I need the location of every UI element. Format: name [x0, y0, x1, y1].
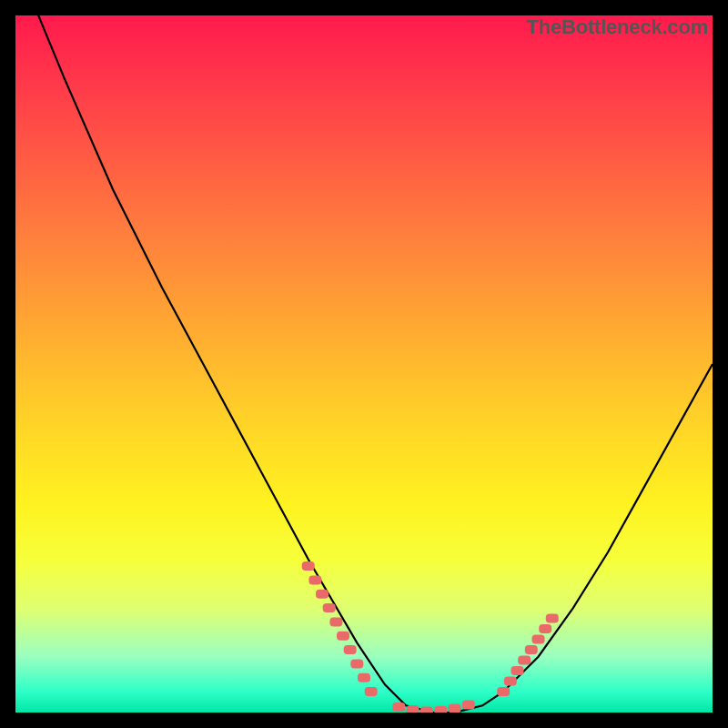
- chart-svg: [15, 15, 713, 713]
- curve-marker: [546, 614, 559, 623]
- curve-marker: [302, 561, 315, 571]
- curve-marker: [434, 706, 447, 713]
- curve-marker: [344, 645, 357, 654]
- curve-marker: [511, 666, 524, 675]
- curve-marker: [358, 673, 370, 682]
- curve-marker: [365, 687, 378, 696]
- curve-marker: [525, 645, 538, 654]
- curve-marker: [329, 617, 342, 626]
- curve-marker: [316, 590, 329, 599]
- curve-marker: [337, 632, 349, 641]
- curve-marker: [308, 576, 321, 585]
- curve-marker: [462, 701, 475, 710]
- curve-marker: [407, 705, 420, 713]
- curve-marker: [532, 635, 545, 644]
- chart-plot-area: [15, 15, 713, 713]
- watermark-text: TheBottleneck.com: [526, 15, 708, 39]
- curve-marker: [497, 687, 510, 696]
- curve-marker: [449, 703, 461, 713]
- curve-marker: [420, 707, 433, 713]
- curve-marker: [350, 659, 363, 668]
- marker-cluster-left: [302, 561, 378, 696]
- curve-marker: [392, 703, 405, 712]
- curve-marker: [504, 677, 517, 686]
- curve-marker: [518, 656, 531, 665]
- curve-marker: [539, 624, 551, 633]
- bottleneck-curve: [15, 15, 713, 713]
- marker-cluster-right: [497, 614, 559, 696]
- curve-marker: [323, 603, 336, 612]
